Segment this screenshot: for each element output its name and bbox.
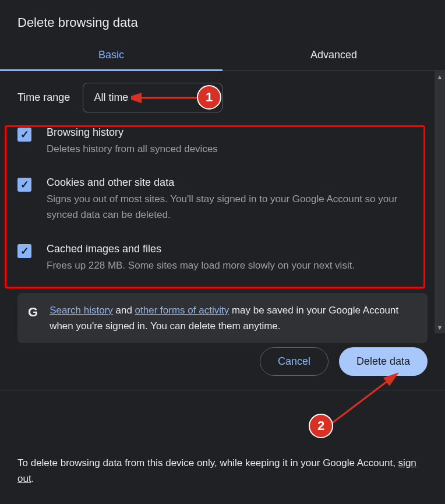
- tab-advanced[interactable]: Advanced: [223, 41, 445, 71]
- delete-data-button[interactable]: Delete data: [339, 347, 428, 376]
- footer-trail: .: [31, 473, 34, 484]
- google-g-icon: G: [28, 305, 38, 320]
- time-range-value: All time: [94, 91, 128, 103]
- option-desc: Deletes history from all synced devices: [47, 141, 428, 157]
- annotation-badge-2: 2: [309, 414, 333, 438]
- search-history-link[interactable]: Search history: [50, 305, 113, 316]
- option-browsing-history[interactable]: ✓ Browsing history Deletes history from …: [17, 126, 428, 157]
- other-activity-link[interactable]: other forms of activity: [135, 305, 229, 316]
- option-desc: Frees up 228 MB. Some sites may load mor…: [47, 258, 428, 273]
- option-cookies[interactable]: ✓ Cookies and other site data Signs you …: [17, 177, 428, 223]
- option-title: Cached images and files: [47, 243, 428, 255]
- footer-text: To delete browsing data from this device…: [17, 457, 398, 468]
- cancel-button[interactable]: Cancel: [260, 347, 329, 376]
- option-desc: Signs you out of most sites. You'll stay…: [47, 191, 428, 223]
- time-range-select[interactable]: All time: [83, 83, 223, 112]
- scroll-down-icon[interactable]: ▼: [437, 322, 443, 333]
- checkbox-icon[interactable]: ✓: [17, 128, 31, 142]
- dialog-title: Delete browsing data: [0, 0, 445, 41]
- option-cache[interactable]: ✓ Cached images and files Frees up 228 M…: [17, 243, 428, 273]
- footer-notice: To delete browsing data from this device…: [0, 438, 445, 504]
- chevron-down-icon: [206, 96, 211, 100]
- checkbox-icon[interactable]: ✓: [17, 244, 31, 258]
- tab-basic[interactable]: Basic: [0, 41, 223, 71]
- scrollbar[interactable]: ▲ ▼: [435, 71, 445, 333]
- time-range-label: Time range: [17, 91, 70, 104]
- scroll-up-icon[interactable]: ▲: [437, 71, 443, 83]
- notice-text-mid: and: [113, 305, 135, 316]
- checkbox-icon[interactable]: ✓: [17, 178, 31, 192]
- option-title: Browsing history: [47, 126, 428, 139]
- tabs: Basic Advanced: [0, 41, 445, 71]
- option-title: Cookies and other site data: [47, 177, 428, 189]
- google-account-notice: G Search history and other forms of acti…: [17, 293, 428, 343]
